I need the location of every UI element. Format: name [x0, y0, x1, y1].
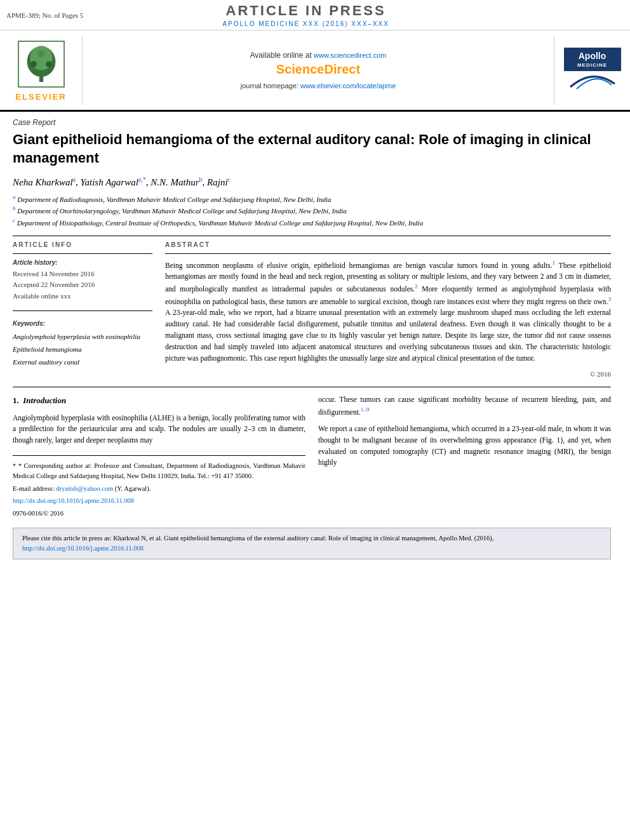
footnotes: * * Corresponding author at: Professor a… [13, 455, 305, 519]
copyright-line: © 2016 [165, 370, 611, 378]
affiliation-a: a Department of Radiodiagnosis, Vardhman… [13, 193, 611, 204]
divider-1 [13, 236, 611, 236]
apollo-swoosh-icon [564, 71, 621, 90]
author-1-name: Neha Kharkwal [13, 177, 73, 187]
authors-line: Neha Kharkwala, Yatish Agarwala,*, N.N. … [13, 176, 611, 188]
body-section: 1. Introduction Angiolymphoid hyperplasi… [13, 394, 611, 521]
article-in-press-banner: ARTICLE IN PRESS APOLLO MEDICINE XXX (20… [83, 3, 528, 27]
journal-homepage: journal homepage: www.elsevier.com/locat… [241, 82, 396, 90]
elsevier-text: ELSEVIER [15, 92, 66, 102]
elsevier-logo: ELSEVIER [0, 36, 83, 105]
author-1-sup: a [73, 176, 76, 183]
author-3-sup: b [199, 176, 203, 183]
intro-text-left: Angiolymphoid hyperplasia with eosinophi… [13, 413, 305, 446]
article-in-press-title: ARTICLE IN PRESS [83, 3, 528, 19]
email-link[interactable]: dryatish@yahoo.com [56, 485, 113, 492]
keywords-section: Keywords: Angiolymphoid hyperplasia with… [13, 320, 152, 368]
section-title: Introduction [23, 396, 66, 405]
journal-center: Available online at www.sciencedirect.co… [83, 36, 554, 105]
citation-text: Please cite this article in press as: Kh… [22, 535, 493, 542]
abstract-column: ABSTRACT Being uncommon neoplasms of elu… [165, 241, 611, 378]
apollo-box: Apollo MEDICINE [564, 48, 621, 71]
sciencedirect-url-link[interactable]: www.sciencedirect.com [314, 51, 386, 59]
author-4-name: Rajni [207, 177, 228, 187]
affiliations: a Department of Radiodiagnosis, Vardhman… [13, 193, 611, 227]
body-col-right: occur. These tumors can cause significan… [318, 394, 611, 521]
article-info-divider [13, 253, 152, 254]
journal-name-sub: APOLLO MEDICINE XXX (2016) XXX–XXX [83, 20, 528, 27]
keywords-label: Keywords: [13, 320, 152, 327]
top-bar: APME-389; No. of Pages 5 ARTICLE IN PRES… [0, 0, 630, 30]
apollo-subtitle: MEDICINE [570, 62, 615, 68]
intro-text-right: occur. These tumors can cause significan… [318, 394, 611, 469]
apollo-logo: Apollo MEDICINE [554, 36, 630, 105]
keyword-2: Epithelioid hemangioma [13, 343, 152, 356]
author-2-sup: a,* [138, 176, 146, 183]
article-info-header: ARTICLE INFO [13, 241, 152, 248]
author-2-name: Yatish Agarwal [81, 177, 138, 187]
svg-point-3 [30, 61, 37, 67]
intro-para-3: We report a case of epithelioid hemangio… [318, 423, 611, 469]
page-reference: APME-389; No. of Pages 5 [6, 11, 83, 19]
section-divider [13, 387, 611, 388]
footnote-email: E-mail address: dryatish@yahoo.com (Y. A… [13, 484, 305, 494]
available-online: Available online xxx [13, 291, 152, 302]
svg-point-4 [46, 61, 52, 67]
author-4-sup: c [228, 176, 231, 183]
article-title: Giant epithelioid hemangioma of the exte… [13, 131, 611, 167]
keywords-divider [13, 310, 152, 311]
intro-heading: 1. Introduction [13, 394, 305, 407]
history-label: Article history: [13, 259, 152, 266]
intro-para-2: occur. These tumors can cause significan… [318, 394, 611, 418]
affiliation-c: c Department of Histopathology, Central … [13, 217, 611, 228]
journal-header: ELSEVIER Available online at www.science… [0, 30, 630, 112]
main-content: Case Report Giant epithelioid hemangioma… [0, 112, 630, 566]
abstract-header: ABSTRACT [165, 241, 611, 248]
citation-doi-link[interactable]: http://dx.doi.org/10.1016/j.apme.2016.11… [22, 545, 144, 552]
received-date: Received 14 November 2016 [13, 269, 152, 280]
elsevier-tree-icon [16, 39, 67, 90]
intro-para-1: Angiolymphoid hyperplasia with eosinophi… [13, 413, 305, 446]
citation-box: Please cite this article in press as: Kh… [13, 528, 611, 560]
case-report-label: Case Report [13, 118, 611, 127]
abstract-divider [165, 253, 611, 254]
available-online-text: Available online at www.sciencedirect.co… [250, 51, 387, 60]
affiliation-b: b Department of Otorhinolaryngology, Var… [13, 204, 611, 216]
section-number: 1. [13, 396, 19, 405]
keyword-3: External auditory canal [13, 356, 152, 369]
article-history: Article history: Received 14 November 20… [13, 259, 152, 302]
body-col-left: 1. Introduction Angiolymphoid hyperplasi… [13, 394, 305, 521]
svg-point-5 [37, 50, 44, 57]
footnote-doi: http://dx.doi.org/10.1016/j.apme.2016.11… [13, 496, 305, 506]
abstract-text: Being uncommon neoplasms of elusive orig… [165, 259, 611, 364]
footnote-issn: 0976-0016/© 2016 [13, 509, 305, 519]
journal-homepage-link[interactable]: www.elsevier.com/locate/apme [300, 82, 396, 90]
doi-link[interactable]: http://dx.doi.org/10.1016/j.apme.2016.11… [13, 497, 134, 504]
article-info-column: ARTICLE INFO Article history: Received 1… [13, 241, 152, 378]
accepted-date: Accepted 22 November 2016 [13, 279, 152, 291]
footnote-corresponding: * * Corresponding author at: Professor a… [13, 461, 305, 481]
keyword-1: Angiolymphoid hyperplasia with eosinophi… [13, 331, 152, 343]
article-info-abstract-section: ARTICLE INFO Article history: Received 1… [13, 241, 611, 378]
author-3-name: N.N. Mathur [151, 177, 199, 187]
sciencedirect-brand: ScienceDirect [276, 62, 360, 77]
